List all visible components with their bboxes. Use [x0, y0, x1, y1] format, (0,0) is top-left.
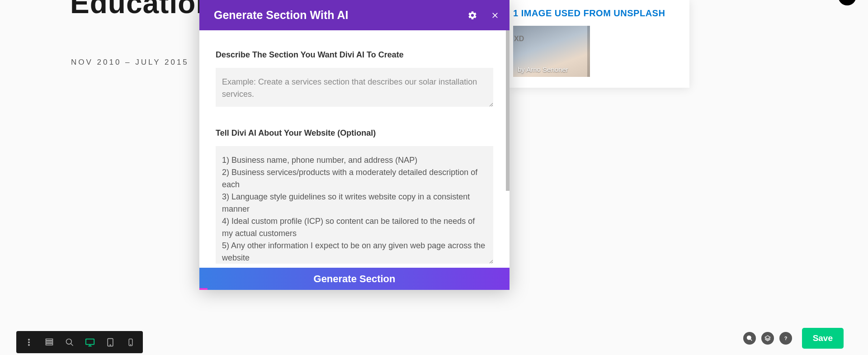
close-icon[interactable]	[489, 9, 501, 22]
viewport-toolbar	[16, 331, 143, 353]
modal-footer: Generate Section	[199, 268, 509, 290]
mobile-icon[interactable]	[121, 333, 140, 352]
svg-rect-4	[46, 341, 52, 342]
wireframe-icon[interactable]	[39, 333, 59, 352]
modal-scrollbar[interactable]	[506, 30, 509, 191]
svg-line-16	[750, 339, 752, 341]
svg-point-15	[747, 336, 750, 340]
generate-section-button[interactable]: Generate Section	[314, 273, 396, 285]
svg-rect-3	[46, 339, 52, 340]
svg-rect-8	[85, 339, 94, 344]
layers-circle-icon[interactable]	[761, 332, 774, 345]
svg-point-6	[66, 339, 71, 344]
modal-title: Generate Section With AI	[214, 9, 349, 22]
save-button[interactable]: Save	[802, 328, 844, 349]
modal-body: Describe The Section You Want Divi AI To…	[199, 30, 509, 268]
unsplash-panel: 1 IMAGE USED FROM UNSPLASH by Arno Senon…	[509, 0, 689, 88]
svg-point-2	[28, 344, 29, 346]
page-title: Education	[70, 0, 214, 20]
more-icon[interactable]	[19, 333, 38, 352]
svg-point-0	[28, 339, 29, 340]
svg-rect-5	[46, 343, 52, 345]
describe-label: Describe The Section You Want Divi AI To…	[216, 50, 493, 60]
modal-header: Generate Section With AI	[199, 0, 509, 30]
svg-point-1	[28, 341, 29, 343]
unsplash-title: 1 IMAGE USED FROM UNSPLASH	[509, 8, 689, 19]
svg-line-7	[71, 343, 73, 346]
gear-icon[interactable]	[466, 9, 479, 22]
image-credit: by Arno Senoner	[518, 66, 568, 73]
desktop-icon[interactable]	[80, 333, 99, 352]
image-thumbnail[interactable]: by Arno Senoner	[513, 26, 590, 77]
thumb-shadow	[587, 26, 590, 77]
describe-textarea[interactable]	[216, 68, 493, 107]
about-textarea[interactable]	[216, 146, 493, 264]
zoom-icon[interactable]	[60, 333, 79, 352]
svg-point-12	[110, 345, 110, 345]
help-circle-icon[interactable]: ?	[779, 332, 792, 345]
modal-header-actions	[466, 9, 501, 22]
ai-modal: Generate Section With AI Describe The Se…	[199, 0, 509, 290]
tablet-icon[interactable]	[100, 333, 120, 352]
page-date-range: Nov 2010 – July 2015	[71, 58, 189, 67]
about-label: Tell Divi AI About Your Website (Optiona…	[216, 128, 493, 138]
bottom-right-actions: ? Save	[743, 328, 844, 349]
svg-text:?: ?	[784, 336, 787, 341]
svg-point-14	[130, 344, 131, 345]
progress-edge	[199, 288, 208, 290]
search-circle-icon[interactable]	[743, 332, 756, 345]
